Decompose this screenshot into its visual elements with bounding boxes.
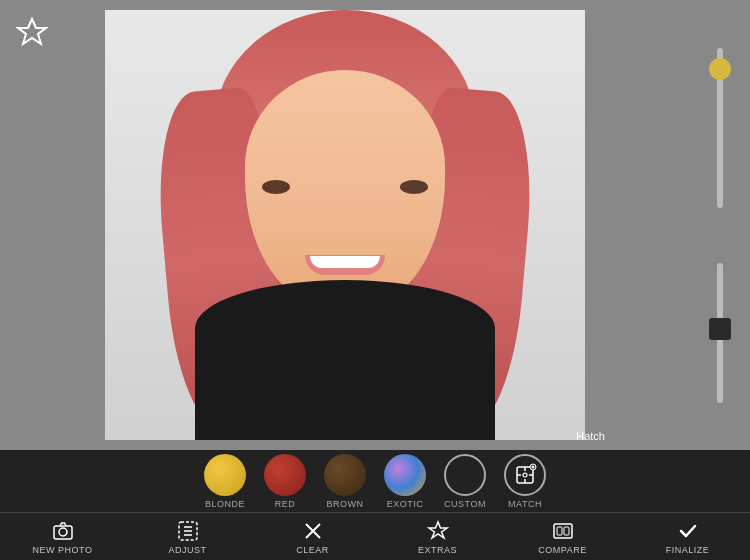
svg-point-10 <box>59 528 67 536</box>
swatch-custom-label: Custom <box>444 499 486 509</box>
body <box>195 280 495 440</box>
darkness-slider-thumb[interactable] <box>709 318 731 340</box>
intensity-slider-thumb[interactable] <box>709 58 731 80</box>
tool-new-photo-label: NEW PHOTO <box>33 545 93 555</box>
tool-compare-label: COMPARE <box>538 545 586 555</box>
tool-new-photo[interactable]: NEW PHOTO <box>28 519 98 555</box>
eye-right <box>262 180 290 194</box>
swatch-custom-circle[interactable] <box>444 454 486 496</box>
swatch-exotic[interactable]: EXOTIC <box>384 454 426 509</box>
tool-extras-label: EXTRAS <box>418 545 457 555</box>
tool-clear[interactable]: CLEAR <box>278 519 348 555</box>
hatch-label: Hatch <box>576 430 605 442</box>
swatch-red[interactable]: RED <box>264 454 306 509</box>
intensity-slider-track[interactable] <box>717 48 723 208</box>
swatches-row: BLONDE RED BROWN EXOTIC Custom <box>0 450 750 512</box>
svg-marker-0 <box>18 19 46 44</box>
tool-adjust-label: ADJUST <box>168 545 206 555</box>
tool-adjust[interactable]: ADJUST <box>153 519 223 555</box>
darkness-slider-track[interactable] <box>717 263 723 403</box>
teeth <box>310 256 380 268</box>
favorite-button[interactable] <box>12 12 52 52</box>
swatch-red-label: RED <box>275 499 296 509</box>
compare-icon <box>551 519 575 543</box>
swatch-exotic-label: EXOTIC <box>387 499 424 509</box>
svg-marker-17 <box>429 522 447 538</box>
swatch-brown[interactable]: BROWN <box>324 454 366 509</box>
photo-frame <box>105 10 585 440</box>
tool-extras[interactable]: EXTRAS <box>403 519 473 555</box>
photo-area <box>0 0 690 450</box>
check-icon <box>676 519 700 543</box>
swatch-match[interactable]: ° MATCH <box>504 454 546 509</box>
swatch-match-circle[interactable]: ° <box>504 454 546 496</box>
swatch-red-circle[interactable] <box>264 454 306 496</box>
svg-rect-19 <box>557 527 562 535</box>
swatch-brown-circle[interactable] <box>324 454 366 496</box>
extras-icon <box>426 519 450 543</box>
swatch-match-label: MATCH <box>508 499 542 509</box>
swatch-blonde-circle[interactable] <box>204 454 246 496</box>
swatch-custom[interactable]: Custom <box>444 454 486 509</box>
svg-point-6 <box>523 473 527 477</box>
bottom-toolbar: BLONDE RED BROWN EXOTIC Custom <box>0 450 750 560</box>
svg-text:°: ° <box>532 464 534 470</box>
tool-finalize[interactable]: FINALIZE <box>653 519 723 555</box>
clear-icon <box>301 519 325 543</box>
swatch-blonde-label: BLONDE <box>205 499 245 509</box>
svg-rect-20 <box>564 527 569 535</box>
face <box>245 70 445 310</box>
tool-clear-label: CLEAR <box>296 545 329 555</box>
tools-row: NEW PHOTO ADJUST CLEAR <box>0 512 750 560</box>
eye-left <box>400 180 428 194</box>
tool-compare[interactable]: COMPARE <box>528 519 598 555</box>
tool-finalize-label: FINALIZE <box>666 545 710 555</box>
swatch-brown-label: BROWN <box>327 499 364 509</box>
camera-icon <box>51 519 75 543</box>
slider-panel <box>690 0 750 450</box>
adjust-icon <box>176 519 200 543</box>
swatch-blonde[interactable]: BLONDE <box>204 454 246 509</box>
swatch-exotic-circle[interactable] <box>384 454 426 496</box>
